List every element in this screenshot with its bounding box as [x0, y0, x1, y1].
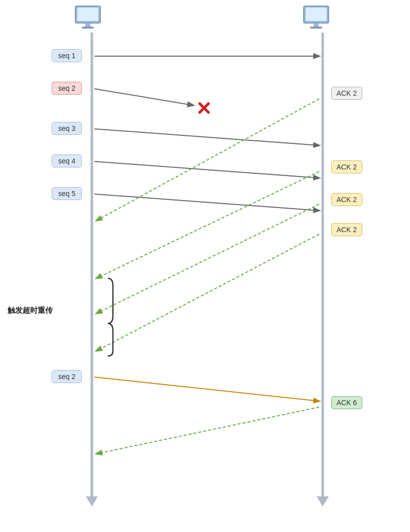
svg-line-13	[94, 377, 319, 401]
ack-box-2-yellow-2: ACK 2	[331, 193, 362, 206]
ack-box-2-yellow-1: ACK 2	[331, 160, 362, 173]
svg-rect-20	[306, 8, 327, 21]
svg-marker-1	[86, 496, 98, 506]
ack-box-2-yellow-3: ACK 2	[331, 223, 362, 236]
svg-line-10	[96, 171, 319, 278]
svg-rect-17	[85, 23, 90, 27]
svg-line-5	[94, 89, 193, 105]
right-computer	[301, 5, 331, 30]
computer-icon-right	[301, 5, 331, 30]
svg-line-7	[94, 161, 319, 178]
trigger-label: 触发超时重传	[8, 306, 53, 315]
diagram-container: seq 1 seq 2 seq 3 seq 4 seq 5 seq 2 ACK …	[0, 0, 410, 532]
seq-box-2-retransmit: seq 2	[52, 370, 82, 383]
left-computer	[73, 5, 103, 30]
svg-marker-3	[317, 496, 329, 506]
arrows-svg	[0, 0, 410, 532]
drop-x-mark: ✕	[196, 98, 212, 120]
svg-rect-16	[77, 8, 98, 21]
svg-rect-18	[82, 27, 94, 29]
svg-line-12	[96, 234, 319, 351]
seq-box-5: seq 5	[52, 187, 82, 200]
svg-line-8	[94, 194, 319, 211]
svg-line-6	[94, 129, 319, 145]
seq-box-3: seq 3	[52, 122, 82, 135]
ack-box-2-grey: ACK 2	[331, 87, 362, 100]
computer-icon-left	[73, 5, 103, 30]
seq-box-4: seq 4	[52, 154, 82, 167]
svg-line-11	[96, 204, 319, 313]
svg-rect-21	[314, 23, 319, 27]
svg-rect-22	[310, 27, 322, 29]
seq-box-1: seq 1	[52, 49, 82, 62]
svg-line-14	[96, 407, 319, 454]
ack-box-6: ACK 6	[331, 396, 362, 409]
seq-box-2: seq 2	[52, 82, 82, 95]
